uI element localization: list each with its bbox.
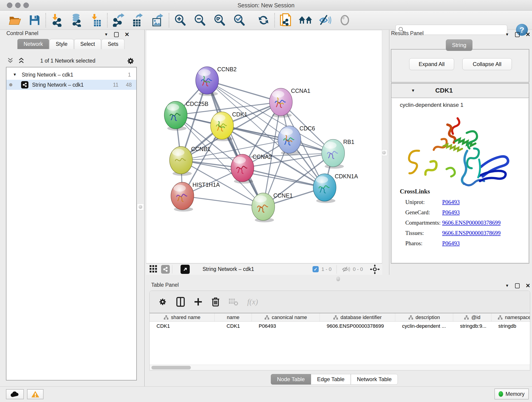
home-button[interactable] xyxy=(296,12,315,28)
tab-edge-table[interactable]: Edge Table xyxy=(311,374,351,385)
table-cell[interactable]: P06493 xyxy=(252,322,320,331)
table-cell[interactable]: CDK1 xyxy=(215,322,252,331)
expand-all-icon[interactable] xyxy=(18,57,25,64)
export-network-button[interactable] xyxy=(109,12,128,28)
zoom-out-button[interactable] xyxy=(190,12,210,28)
left-panel-divider[interactable] xyxy=(144,30,145,386)
show-columns-icon[interactable] xyxy=(176,297,185,307)
network-node-CCNB2[interactable]: CCNB2 xyxy=(196,66,237,96)
table-cell[interactable]: cyclin-dependent ... xyxy=(395,322,453,331)
crosslink-link[interactable]: P06493 xyxy=(442,240,460,247)
right-panel-divider[interactable] xyxy=(389,30,390,275)
tab-network-table[interactable]: Network Table xyxy=(351,374,398,385)
panel-menu-icon[interactable]: ▼ xyxy=(505,283,509,288)
column-header-canonical-name[interactable]: canonical name xyxy=(252,313,320,321)
export-table-icon xyxy=(132,13,145,27)
import-network-from-database-button[interactable] xyxy=(67,12,86,28)
table-cell[interactable]: stringdb:9... xyxy=(453,322,491,331)
column-header-database-identifier[interactable]: database identifier xyxy=(320,313,395,321)
zoom-selected-button[interactable] xyxy=(229,12,249,28)
expand-all-button[interactable]: Expand All xyxy=(409,58,454,70)
tab-style[interactable]: Style xyxy=(50,39,74,49)
cloud-status-button[interactable] xyxy=(6,389,24,399)
string-network-graph[interactable]: CCNB2CCNA1CDC25BCDK1CDC6RB1CCNB1CCNA2CDK… xyxy=(146,30,382,263)
table-cell[interactable]: 9606.ENSP00000378699 xyxy=(320,322,395,331)
show-eye-button[interactable] xyxy=(335,12,355,28)
network-options-gear[interactable] xyxy=(126,56,135,66)
grid-view-button[interactable] xyxy=(149,265,157,274)
pan-crosshair-icon[interactable] xyxy=(370,264,380,274)
results-tab-string[interactable]: String xyxy=(446,39,472,51)
import-table-button[interactable] xyxy=(86,12,106,28)
column-header-name[interactable]: name xyxy=(215,313,252,321)
delete-column-icon[interactable] xyxy=(211,297,220,307)
network-node-RB1[interactable]: RB1 xyxy=(322,139,355,169)
network-node-CDKN1A[interactable]: CDKN1A xyxy=(313,173,358,203)
table-row[interactable]: CDK1CDK1P064939606.ENSP00000378699cyclin… xyxy=(150,322,530,331)
warning-status-button[interactable] xyxy=(27,389,44,399)
network-node-HIST1H1A[interactable]: HIST1H1A xyxy=(171,182,220,211)
gear-icon[interactable] xyxy=(158,297,167,307)
collapse-all-icon[interactable] xyxy=(7,57,14,64)
hidden-eye-icon[interactable] xyxy=(342,266,350,273)
import-network-button[interactable] xyxy=(47,12,67,28)
protein-section-header[interactable]: ▼ CDK1 xyxy=(391,84,529,98)
network-node-CCNE1[interactable]: CCNE1 xyxy=(252,192,293,222)
column-header-namespace[interactable]: namespace xyxy=(491,313,530,321)
selected-nodes-checkbox[interactable]: ✓ xyxy=(312,266,319,272)
tab-node-table[interactable]: Node Table xyxy=(271,374,311,385)
crosslink-link[interactable]: 9606.ENSP00000378699 xyxy=(442,220,500,226)
panel-menu-icon[interactable]: ▼ xyxy=(505,32,509,37)
table-cell[interactable]: CDK1 xyxy=(150,322,215,331)
panel-close-icon[interactable]: ✕ xyxy=(125,31,129,38)
column-header-description[interactable]: description xyxy=(395,313,453,321)
memory-label: Memory xyxy=(505,391,525,397)
collapse-all-button[interactable]: Collapse All xyxy=(462,58,512,70)
tab-select[interactable]: Select xyxy=(74,39,101,49)
section-collapse-arrow-icon[interactable]: ▼ xyxy=(411,88,415,93)
crosslink-link[interactable]: P06493 xyxy=(442,209,460,216)
panel-close-icon[interactable]: ✕ xyxy=(526,31,530,38)
network-share-button[interactable] xyxy=(161,265,170,274)
network-node-CDK1[interactable]: CDK1 xyxy=(210,111,247,141)
panel-float-icon[interactable] xyxy=(515,283,520,288)
zoom-in-button[interactable] xyxy=(170,12,190,28)
panel-close-icon[interactable]: ✕ xyxy=(526,282,530,289)
panel-float-icon[interactable] xyxy=(515,32,520,37)
refresh-view-button[interactable] xyxy=(254,12,273,28)
horizontal-divider-handle[interactable] xyxy=(336,277,340,281)
hide-panels-button[interactable] xyxy=(315,12,335,28)
save-session-button[interactable] xyxy=(25,12,44,28)
network-node-CCNA1[interactable]: CCNA1 xyxy=(269,88,310,118)
birdseye-view-button[interactable] xyxy=(181,265,190,274)
tab-network[interactable]: Network xyxy=(17,39,49,49)
tab-sets[interactable]: Sets xyxy=(101,39,124,49)
open-session-button[interactable] xyxy=(5,12,25,28)
scrollbar-thumb[interactable] xyxy=(152,366,191,370)
column-header--id[interactable]: @id xyxy=(453,313,491,321)
left-divider-collapse-handle[interactable] xyxy=(137,204,144,211)
panel-float-icon[interactable] xyxy=(114,32,119,37)
network-tree-child-row[interactable]: String Network – cdk1 11 48 xyxy=(6,80,136,90)
memory-button[interactable]: Memory xyxy=(494,389,529,400)
network-node-CCNB1[interactable]: CCNB1 xyxy=(170,146,210,176)
grid-icon xyxy=(149,265,157,273)
panel-menu-icon[interactable]: ▼ xyxy=(104,32,108,37)
network-canvas[interactable]: CCNB2CCNA1CDC25BCDK1CDC6RB1CCNB1CCNA2CDK… xyxy=(146,30,382,263)
crosslink-link[interactable]: 9606.ENSP00000378699 xyxy=(442,230,500,236)
zoom-selected-icon xyxy=(233,14,246,27)
export-image-button[interactable] xyxy=(148,12,168,28)
network-tree-root-row[interactable]: ▼ String Network – cdk1 1 xyxy=(6,70,136,80)
tree-expand-arrow-icon[interactable]: ▼ xyxy=(13,72,17,77)
edge-HIST1H1A-CCNE1[interactable] xyxy=(182,196,263,207)
export-table-button[interactable] xyxy=(128,12,148,28)
add-column-icon[interactable] xyxy=(194,297,203,306)
table-hscrollbar[interactable] xyxy=(150,365,530,370)
crosslink-link[interactable]: P06493 xyxy=(442,199,460,205)
node-table-panel: f(x) shared namenamecanonical namedataba… xyxy=(149,291,530,370)
zoom-fit-button[interactable] xyxy=(210,12,229,28)
network-node-CDC6[interactable]: CDC6 xyxy=(278,125,315,155)
table-cell[interactable]: stringdb xyxy=(491,322,530,331)
column-header-shared-name[interactable]: shared name xyxy=(150,313,215,321)
network-from-file-button[interactable] xyxy=(276,12,296,28)
